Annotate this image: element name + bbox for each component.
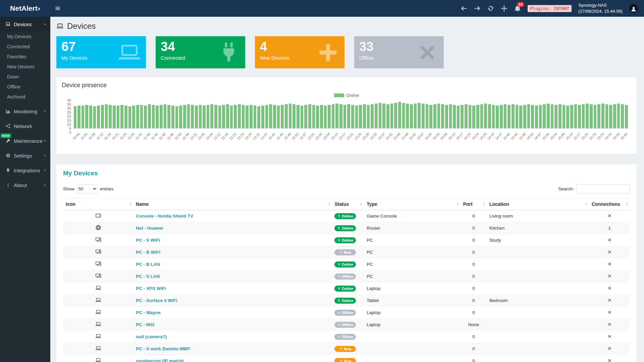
status-badge: New — [334, 249, 356, 255]
plug-icon — [339, 347, 342, 350]
wrench-icon — [5, 138, 11, 143]
device-name-link[interactable]: PC - S LAN — [136, 274, 160, 279]
page-header: Devices — [56, 21, 637, 31]
user-avatar[interactable] — [629, 4, 638, 13]
stat-card-new-devices[interactable]: 4 New Devices — [255, 36, 344, 68]
sidebar-item-label: Integrations — [14, 168, 43, 173]
column-header-icon[interactable]: Icon▲▼ — [63, 198, 133, 210]
clear-connections-icon[interactable] — [607, 249, 612, 254]
chart-bar — [250, 105, 253, 128]
status-label: Offline — [342, 311, 354, 315]
connections-count-link[interactable]: 1 — [608, 226, 611, 231]
column-header-port[interactable]: Port▲▼ — [461, 198, 487, 210]
device-port: 0 — [461, 270, 487, 283]
clear-connections-icon[interactable] — [607, 358, 612, 362]
sidebar-subitem-down[interactable]: Down — [0, 72, 50, 82]
device-name-link[interactable]: raspberrypi (IP match) — [136, 358, 184, 362]
status-label: Online — [342, 262, 353, 266]
chart-bar — [597, 104, 600, 128]
column-header-name[interactable]: Name▲▼ — [133, 198, 332, 210]
stat-card-my-devices[interactable]: 67 My Devices — [56, 36, 146, 68]
clear-connections-icon[interactable] — [607, 274, 612, 279]
sidebar-toggle-button[interactable] — [50, 0, 65, 17]
column-header-location[interactable]: Location▲▼ — [487, 198, 589, 210]
nav-back-button[interactable] — [461, 5, 467, 12]
device-name-link[interactable]: PC - Surface 4 WiFi — [136, 298, 177, 303]
clear-connections-icon[interactable] — [607, 334, 612, 339]
sidebar-subitem-archived[interactable]: Archived — [0, 92, 50, 102]
chart-bar — [605, 104, 608, 128]
sort-icon[interactable]: ▲▼ — [626, 202, 628, 206]
sidebar-item-devices[interactable]: Devices — [0, 17, 50, 32]
sidebar-subitem-my-devices[interactable]: My Devices — [0, 32, 50, 42]
clear-connections-icon[interactable] — [607, 286, 612, 291]
sidebar-subitem-connected[interactable]: Connected — [0, 42, 50, 52]
chart-bar — [332, 104, 335, 128]
page-length-select[interactable]: 50 — [77, 184, 98, 193]
sidebar-item-settings[interactable]: Settings — [0, 148, 50, 163]
chart-bar — [547, 104, 550, 128]
move-widgets-button[interactable] — [501, 5, 507, 12]
x-axis-label: 14:48 — [519, 131, 527, 149]
chart-bar — [539, 105, 542, 128]
clear-connections-icon[interactable] — [607, 213, 612, 218]
x-axis-label: 12:32 — [253, 131, 261, 149]
search-input[interactable] — [576, 184, 630, 193]
device-name-link[interactable]: PC - Wayne — [136, 310, 161, 315]
clear-connections-icon[interactable] — [607, 310, 612, 315]
sidebar-item-integrations[interactable]: Integrations — [0, 163, 50, 178]
status-badge: Online — [334, 298, 356, 304]
clear-connections-icon[interactable] — [607, 346, 612, 351]
table-row: PC - S LANOfflinePC0 — [63, 270, 630, 283]
notifications-button[interactable]: 15 — [514, 5, 521, 12]
sidebar-item-about[interactable]: About — [0, 178, 50, 192]
clear-connections-icon[interactable] — [607, 298, 612, 303]
device-name-link[interactable]: PC - XPS WiFi — [136, 286, 166, 291]
brand-logo[interactable]: NetAlertx — [0, 0, 50, 17]
device-name-link[interactable]: PC - S WiFi — [136, 238, 160, 243]
plugins-status-badge[interactable]: Plugins: INTRNT — [528, 5, 572, 12]
x-axis-label: 13:01 — [308, 131, 316, 149]
device-name-link[interactable]: Console - Nvidia Shield TV — [136, 214, 193, 219]
device-port: 0 — [461, 331, 487, 343]
device-location: Living room — [487, 210, 589, 222]
stat-card-offline[interactable]: 33 Offline — [354, 36, 444, 68]
column-header-connections[interactable]: Connections▲▼ — [589, 198, 630, 210]
refresh-button[interactable] — [487, 5, 494, 12]
sidebar-item-network[interactable]: Network — [0, 119, 50, 133]
chart-bar — [109, 105, 112, 128]
stat-card-connected[interactable]: 34 Connected — [156, 36, 245, 68]
sort-icon[interactable]: ▲▼ — [483, 202, 485, 206]
x-icon — [337, 323, 340, 326]
sidebar-subitem-offline[interactable]: Offline — [0, 82, 50, 92]
nav-forward-button[interactable] — [474, 5, 481, 12]
sort-icon[interactable]: ▲▼ — [585, 202, 587, 206]
column-header-type[interactable]: Type▲▼ — [364, 198, 460, 210]
device-name-link[interactable]: PC - B WiFi — [136, 250, 160, 255]
device-name-link[interactable]: PC - S work Daniels-MBP — [136, 346, 190, 351]
device-name-link[interactable]: PC - B LAN — [136, 262, 160, 267]
sidebar-subitem-favorites[interactable]: Favorites — [0, 52, 50, 62]
clear-connections-icon[interactable] — [607, 237, 612, 242]
clear-connections-icon[interactable] — [607, 322, 612, 327]
sort-icon[interactable]: ▲▼ — [129, 202, 131, 206]
sort-icon[interactable]: ▲▼ — [360, 202, 362, 206]
plug-icon — [217, 41, 240, 64]
device-name-link[interactable]: PC - MSI — [136, 322, 154, 327]
legend-label: Online — [346, 93, 359, 98]
status-label: Online — [342, 287, 353, 291]
clear-connections-icon[interactable] — [607, 261, 612, 266]
y-axis-tick: 40 — [67, 98, 71, 102]
sidebar-item-label: Settings — [14, 153, 43, 159]
x-icon — [416, 41, 439, 64]
device-port: 0 — [461, 307, 487, 319]
column-header-status[interactable]: Status▲▼ — [332, 198, 364, 210]
device-name-link[interactable]: Net - Huawei — [136, 226, 163, 231]
sort-icon[interactable]: ▲▼ — [457, 202, 459, 206]
sort-icon[interactable]: ▲▼ — [328, 202, 330, 206]
x-axis-label: 11:40 — [151, 131, 159, 149]
sidebar-subitem-new-devices[interactable]: New Devices — [0, 62, 50, 72]
device-name-link[interactable]: null (camera?) — [136, 334, 167, 339]
sidebar-item-monitoring[interactable]: Monitoring — [0, 104, 50, 119]
chart-legend[interactable]: Online — [62, 93, 631, 98]
